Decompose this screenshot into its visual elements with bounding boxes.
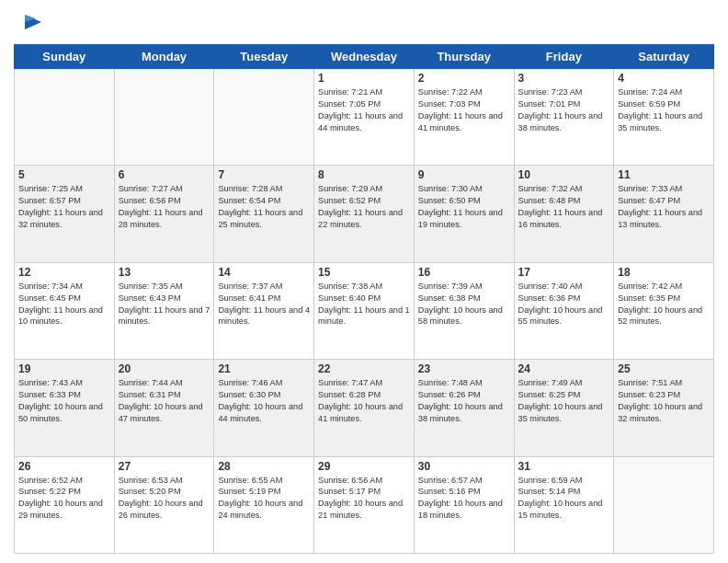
day-number: 13 [119,266,210,279]
day-info: Sunrise: 7:47 AM Sunset: 6:28 PM Dayligh… [318,377,410,425]
calendar-week-row: 12Sunrise: 7:34 AM Sunset: 6:45 PM Dayli… [15,262,714,359]
col-thursday: Thursday [414,45,514,69]
table-row: 28Sunrise: 6:55 AM Sunset: 5:19 PM Dayli… [214,456,314,553]
col-monday: Monday [114,45,214,69]
day-info: Sunrise: 6:57 AM Sunset: 5:16 PM Dayligh… [418,475,510,523]
day-info: Sunrise: 7:42 AM Sunset: 6:35 PM Dayligh… [618,281,710,328]
logo [14,9,45,37]
day-number: 11 [618,168,710,181]
table-row: 26Sunrise: 6:52 AM Sunset: 5:22 PM Dayli… [15,456,115,553]
table-row: 2Sunrise: 7:22 AM Sunset: 7:03 PM Daylig… [414,69,514,166]
table-row: 7Sunrise: 7:28 AM Sunset: 6:54 PM Daylig… [214,166,314,262]
day-number: 16 [418,266,510,279]
day-number: 8 [318,168,410,181]
day-info: Sunrise: 7:34 AM Sunset: 6:45 PM Dayligh… [18,281,110,328]
day-info: Sunrise: 7:25 AM Sunset: 6:57 PM Dayligh… [18,183,110,231]
day-number: 28 [218,460,310,473]
table-row: 6Sunrise: 7:27 AM Sunset: 6:56 PM Daylig… [114,166,214,262]
calendar-header-row: Sunday Monday Tuesday Wednesday Thursday… [15,45,714,69]
col-sunday: Sunday [15,45,115,69]
day-info: Sunrise: 7:33 AM Sunset: 6:47 PM Dayligh… [618,183,710,231]
day-info: Sunrise: 7:46 AM Sunset: 6:30 PM Dayligh… [218,377,310,425]
day-info: Sunrise: 6:52 AM Sunset: 5:22 PM Dayligh… [18,475,110,523]
table-row: 18Sunrise: 7:42 AM Sunset: 6:35 PM Dayli… [614,262,714,359]
table-row: 24Sunrise: 7:49 AM Sunset: 6:25 PM Dayli… [514,360,614,456]
day-number: 14 [218,266,310,279]
table-row: 14Sunrise: 7:37 AM Sunset: 6:41 PM Dayli… [214,262,314,359]
day-number: 25 [618,362,710,375]
col-wednesday: Wednesday [314,45,415,69]
day-info: Sunrise: 7:23 AM Sunset: 7:01 PM Dayligh… [518,86,610,134]
table-row: 30Sunrise: 6:57 AM Sunset: 5:16 PM Dayli… [414,456,514,553]
table-row: 20Sunrise: 7:44 AM Sunset: 6:31 PM Dayli… [114,360,214,456]
table-row: 11Sunrise: 7:33 AM Sunset: 6:47 PM Dayli… [614,166,714,262]
day-number: 10 [518,168,610,181]
header [14,9,714,37]
day-info: Sunrise: 7:48 AM Sunset: 6:26 PM Dayligh… [418,377,510,425]
day-info: Sunrise: 7:32 AM Sunset: 6:48 PM Dayligh… [518,183,610,231]
table-row: 23Sunrise: 7:48 AM Sunset: 6:26 PM Dayli… [414,360,514,456]
day-number: 20 [119,362,210,375]
day-info: Sunrise: 7:27 AM Sunset: 6:56 PM Dayligh… [119,183,210,231]
day-info: Sunrise: 7:21 AM Sunset: 7:05 PM Dayligh… [318,86,410,134]
table-row: 8Sunrise: 7:29 AM Sunset: 6:52 PM Daylig… [314,166,415,262]
table-row: 27Sunrise: 6:53 AM Sunset: 5:20 PM Dayli… [114,456,214,553]
table-row: 19Sunrise: 7:43 AM Sunset: 6:33 PM Dayli… [15,360,115,456]
day-info: Sunrise: 7:22 AM Sunset: 7:03 PM Dayligh… [418,86,510,134]
day-number: 31 [518,460,610,473]
table-row: 21Sunrise: 7:46 AM Sunset: 6:30 PM Dayli… [214,360,314,456]
day-info: Sunrise: 7:39 AM Sunset: 6:38 PM Dayligh… [418,281,510,328]
table-row: 10Sunrise: 7:32 AM Sunset: 6:48 PM Dayli… [514,166,614,262]
day-number: 27 [119,460,210,473]
day-info: Sunrise: 7:28 AM Sunset: 6:54 PM Dayligh… [218,183,310,231]
table-row: 4Sunrise: 7:24 AM Sunset: 6:59 PM Daylig… [614,69,714,166]
day-info: Sunrise: 7:30 AM Sunset: 6:50 PM Dayligh… [418,183,510,231]
table-row: 5Sunrise: 7:25 AM Sunset: 6:57 PM Daylig… [15,166,115,262]
day-info: Sunrise: 7:35 AM Sunset: 6:43 PM Dayligh… [119,281,210,328]
calendar-table: Sunday Monday Tuesday Wednesday Thursday… [14,44,714,554]
day-info: Sunrise: 7:43 AM Sunset: 6:33 PM Dayligh… [18,377,110,425]
day-info: Sunrise: 6:55 AM Sunset: 5:19 PM Dayligh… [218,475,310,523]
day-number: 24 [518,362,610,375]
day-info: Sunrise: 7:29 AM Sunset: 6:52 PM Dayligh… [318,183,410,231]
table-row [214,69,314,166]
day-number: 23 [418,362,510,375]
day-info: Sunrise: 6:59 AM Sunset: 5:14 PM Dayligh… [518,475,610,523]
table-row [614,456,714,553]
day-number: 2 [418,72,510,85]
day-info: Sunrise: 7:24 AM Sunset: 6:59 PM Dayligh… [618,86,710,134]
day-number: 4 [618,72,710,85]
calendar-week-row: 19Sunrise: 7:43 AM Sunset: 6:33 PM Dayli… [15,360,714,456]
calendar-week-row: 26Sunrise: 6:52 AM Sunset: 5:22 PM Dayli… [15,456,714,553]
day-number: 9 [418,168,510,181]
table-row: 16Sunrise: 7:39 AM Sunset: 6:38 PM Dayli… [414,262,514,359]
day-info: Sunrise: 7:44 AM Sunset: 6:31 PM Dayligh… [119,377,210,425]
day-info: Sunrise: 7:40 AM Sunset: 6:36 PM Dayligh… [518,281,610,328]
day-number: 3 [518,72,610,85]
day-info: Sunrise: 7:49 AM Sunset: 6:25 PM Dayligh… [518,377,610,425]
table-row: 3Sunrise: 7:23 AM Sunset: 7:01 PM Daylig… [514,69,614,166]
table-row: 31Sunrise: 6:59 AM Sunset: 5:14 PM Dayli… [514,456,614,553]
table-row: 1Sunrise: 7:21 AM Sunset: 7:05 PM Daylig… [314,69,415,166]
table-row: 15Sunrise: 7:38 AM Sunset: 6:40 PM Dayli… [314,262,415,359]
day-number: 22 [318,362,410,375]
day-number: 30 [418,460,510,473]
table-row: 9Sunrise: 7:30 AM Sunset: 6:50 PM Daylig… [414,166,514,262]
col-friday: Friday [514,45,614,69]
table-row [15,69,115,166]
day-number: 6 [119,168,210,181]
col-saturday: Saturday [614,45,714,69]
day-number: 17 [518,266,610,279]
table-row: 17Sunrise: 7:40 AM Sunset: 6:36 PM Dayli… [514,262,614,359]
day-number: 12 [18,266,110,279]
day-number: 19 [18,362,110,375]
table-row: 13Sunrise: 7:35 AM Sunset: 6:43 PM Dayli… [114,262,214,359]
day-number: 26 [18,460,110,473]
calendar-week-row: 1Sunrise: 7:21 AM Sunset: 7:05 PM Daylig… [15,69,714,166]
table-row: 29Sunrise: 6:56 AM Sunset: 5:17 PM Dayli… [314,456,415,553]
table-row: 22Sunrise: 7:47 AM Sunset: 6:28 PM Dayli… [314,360,415,456]
day-number: 18 [618,266,710,279]
day-info: Sunrise: 6:56 AM Sunset: 5:17 PM Dayligh… [318,475,410,523]
page: Sunday Monday Tuesday Wednesday Thursday… [0,0,728,563]
day-info: Sunrise: 7:51 AM Sunset: 6:23 PM Dayligh… [618,377,710,425]
